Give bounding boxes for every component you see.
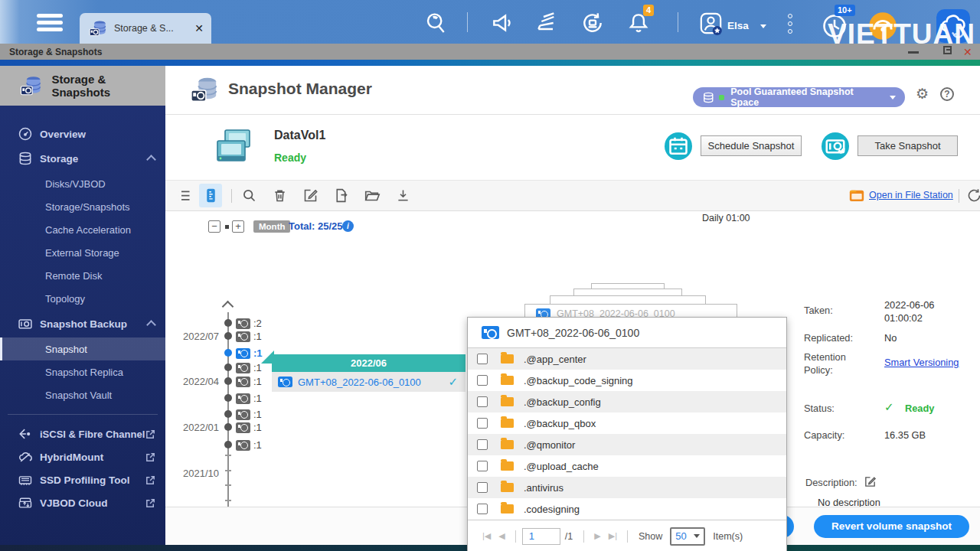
timeline-entry[interactable]: :1: [236, 376, 262, 387]
sidebar-item-remote-disk[interactable]: Remote Disk: [0, 264, 165, 287]
window-title: Storage & Snapshots: [9, 47, 102, 57]
timeline-date-label: 2021/10: [173, 468, 219, 479]
timeline-entry[interactable]: :1: [236, 331, 262, 342]
take-snapshot-camera-icon[interactable]: [822, 132, 849, 160]
folder-row[interactable]: .codesigning: [468, 498, 786, 520]
schedule-calendar-icon[interactable]: [665, 132, 692, 160]
firmware-update-icon[interactable]: [580, 11, 605, 35]
sidebar-item-snapshot-backup[interactable]: Snapshot Backup: [0, 312, 165, 335]
tab-close-icon[interactable]: ✕: [194, 22, 204, 34]
folder-row[interactable]: .antivirus: [468, 477, 786, 498]
folder-row[interactable]: .@backup_qbox: [468, 412, 786, 434]
timeline-entry[interactable]: :1: [236, 409, 262, 420]
snapshot-name: GMT+08_2022-06-06_0100: [298, 377, 448, 388]
checkbox[interactable]: [477, 418, 488, 429]
timeline-entry[interactable]: :1: [236, 422, 262, 433]
timeline-scroll-up-icon[interactable]: [222, 301, 234, 313]
folder-row[interactable]: .@backup_config: [468, 391, 786, 412]
window-minimize-icon[interactable]: [908, 46, 919, 54]
timeline-entry[interactable]: :2: [236, 318, 262, 329]
checkbox[interactable]: [477, 439, 488, 450]
sidebar-item-hybridmount[interactable]: HybridMount: [0, 445, 165, 468]
window-close-icon[interactable]: ✕: [963, 46, 972, 57]
sidebar-item-overview[interactable]: Overview: [0, 122, 165, 145]
page-number-input[interactable]: [522, 528, 560, 545]
sidebar-item-iscsi-fibre[interactable]: iSCSI & Fibre Channel: [0, 422, 165, 445]
timeline-entry-selected[interactable]: :1: [236, 347, 263, 359]
settings-gear-icon[interactable]: ⚙: [916, 86, 931, 102]
sidebar-divider: [8, 414, 158, 415]
status-check-icon: ✓: [884, 400, 894, 414]
folder-row[interactable]: .@backup_code_signing: [468, 370, 786, 391]
user-account-icon[interactable]: [698, 11, 723, 35]
delete-snapshot-icon[interactable]: [272, 187, 288, 204]
folder-row[interactable]: .@upload_cache: [468, 455, 786, 477]
pool-icon: [702, 91, 714, 104]
timeline-zoom-out-button[interactable]: −: [208, 220, 220, 233]
checkbox[interactable]: [477, 354, 488, 364]
timeline-entry[interactable]: :1: [236, 393, 262, 404]
collapse-chevron-icon[interactable]: [146, 320, 156, 330]
checkbox[interactable]: [477, 482, 488, 493]
download-icon[interactable]: [395, 187, 411, 204]
collapse-chevron-icon[interactable]: [146, 155, 156, 165]
sidebar-item-snapshot[interactable]: Snapshot: [0, 337, 165, 360]
snapshot-manager-header: Snapshot Manager Pool Guaranteed Snapsho…: [165, 66, 980, 115]
sidebar-item-cache-acceleration[interactable]: Cache Acceleration: [0, 218, 165, 241]
schedule-snapshot-button[interactable]: Schedule Snapshot: [701, 135, 802, 156]
checkbox[interactable]: [477, 375, 488, 386]
checkbox[interactable]: [477, 504, 488, 514]
help-icon[interactable]: ?: [940, 87, 954, 101]
sidebar-item-disks-vjbod[interactable]: Disks/VJBOD: [0, 172, 165, 195]
timeline-view-icon[interactable]: [203, 187, 219, 204]
pool-guaranteed-snapshot-space-button[interactable]: Pool Guaranteed Snapshot Space: [693, 87, 905, 107]
prev-page-icon[interactable]: ◀: [498, 531, 505, 541]
next-page-icon[interactable]: ▶: [594, 531, 600, 541]
timeline-zoom-in-button[interactable]: +: [232, 220, 244, 233]
folder-row[interactable]: .@qmonitor: [468, 434, 786, 455]
first-page-icon[interactable]: |◀: [482, 531, 491, 541]
pool-caret-icon: [890, 96, 896, 99]
sidebar-item-ssd-profiling[interactable]: SSD Profiling Tool: [0, 468, 165, 491]
event-logs-icon[interactable]: [534, 11, 559, 35]
search-snapshot-icon[interactable]: [241, 187, 257, 204]
resource-monitor-icon[interactable]: [867, 11, 892, 35]
checkbox[interactable]: [477, 396, 488, 407]
app-tab-storage-snapshots[interactable]: Storage & S... ✕: [80, 13, 211, 44]
take-snapshot-button[interactable]: Take Snapshot: [858, 135, 958, 156]
refresh-icon[interactable]: [966, 187, 980, 204]
list-view-icon[interactable]: [176, 187, 192, 204]
selected-snapshot-card[interactable]: 2022/06 GMT+08_2022-06-06_0100 ✓: [272, 354, 466, 392]
sidebar-item-external-storage[interactable]: External Storage: [0, 241, 165, 264]
edit-snapshot-icon[interactable]: [302, 187, 318, 204]
revert-volume-snapshot-button[interactable]: Revert volume snapshot: [814, 515, 969, 538]
search-icon[interactable]: [423, 11, 448, 35]
checkbox[interactable]: [477, 461, 488, 471]
open-in-file-station-link[interactable]: Open in File Station: [869, 190, 953, 201]
timeline-dot: [224, 423, 232, 431]
export-snapshot-icon[interactable]: [333, 187, 349, 204]
user-name[interactable]: Elsa: [727, 20, 749, 31]
sidebar-item-snapshot-replica[interactable]: Snapshot Replica: [0, 360, 165, 383]
sidebar-item-topology[interactable]: Topology: [0, 287, 165, 310]
page-size-select[interactable]: 50: [670, 527, 705, 546]
snapshot-badge-icon: [236, 377, 250, 387]
folder-row[interactable]: .@app_center: [468, 348, 786, 370]
timeline-entry[interactable]: :1: [236, 439, 262, 451]
sidebar-item-snapshot-vault[interactable]: Snapshot Vault: [0, 383, 165, 406]
more-options-icon[interactable]: [787, 14, 793, 37]
sidebar-item-vjbod-cloud[interactable]: VJBOD Cloud: [0, 491, 165, 514]
open-folder-icon[interactable]: [364, 187, 380, 204]
timeline-entry[interactable]: :1: [236, 362, 262, 373]
announcement-icon[interactable]: [490, 11, 514, 35]
edit-description-icon[interactable]: [864, 475, 877, 488]
sidebar-item-storage-snapshots[interactable]: Storage/Snapshots: [0, 195, 165, 218]
last-page-icon[interactable]: ▶|: [609, 531, 617, 541]
retention-policy-link[interactable]: Smart Versioning: [884, 357, 959, 368]
window-maximize-icon[interactable]: [943, 46, 952, 54]
main-menu-icon[interactable]: [37, 14, 66, 32]
timeline-zoom-slider[interactable]: [225, 225, 229, 229]
info-icon[interactable]: i: [342, 220, 354, 232]
sidebar-item-storage[interactable]: Storage: [0, 147, 165, 170]
myqnapcloud-icon[interactable]: [936, 8, 960, 33]
